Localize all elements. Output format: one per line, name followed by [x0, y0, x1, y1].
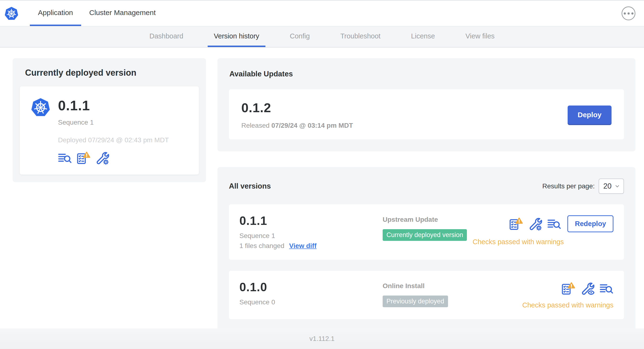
subtab-license-label: License	[411, 32, 435, 40]
row-version-number: 0.1.1	[240, 214, 383, 228]
edit-config-icon[interactable]	[528, 217, 542, 231]
results-per-page-label: Results per page:	[542, 182, 594, 190]
all-versions-panel: All versions Results per page: 20 0.1.1 …	[218, 167, 636, 334]
version-source-label: Upstream Update	[383, 216, 472, 224]
ellipsis-icon	[624, 12, 626, 14]
update-version-number: 0.1.2	[241, 100, 353, 115]
available-update-card: 0.1.2 Released 07/29/24 @ 03:14 pm MDT D…	[229, 89, 624, 140]
row-version-number: 0.1.0	[240, 280, 383, 294]
results-per-page-value: 20	[604, 182, 612, 190]
available-updates-panel: Available Updates 0.1.2 Released 07/29/2…	[218, 58, 636, 151]
preflight-checks-warning-icon[interactable]	[509, 217, 523, 231]
subtab-config[interactable]: Config	[284, 26, 316, 47]
currently-deployed-badge: Currently deployed version	[383, 229, 467, 241]
view-config-icon[interactable]	[580, 282, 594, 296]
release-notes-icon[interactable]	[547, 217, 561, 231]
app-footer: v1.112.1	[0, 328, 644, 349]
subtab-troubleshoot-label: Troubleshoot	[340, 32, 380, 40]
currently-deployed-title: Currently deployed version	[25, 68, 199, 78]
top-navigation: Application Cluster Management	[0, 1, 644, 26]
subtab-view-files[interactable]: View files	[459, 26, 501, 47]
currently-deployed-panel: Currently deployed version 0.1.1 Sequenc…	[13, 58, 206, 182]
deploy-button[interactable]: Deploy	[568, 106, 612, 124]
tab-cluster-management[interactable]: Cluster Management	[81, 1, 164, 26]
subtab-troubleshoot[interactable]: Troubleshoot	[334, 26, 387, 47]
update-released-line: Released 07/29/24 @ 03:14 pm MDT	[241, 122, 353, 130]
deployed-sequence: Sequence 1	[58, 119, 169, 126]
release-notes-icon[interactable]	[58, 151, 72, 165]
deployed-timestamp: Deployed 07/29/24 @ 02:43 pm MDT	[58, 136, 169, 144]
console-version: v1.112.1	[309, 335, 334, 342]
deployed-version-number: 0.1.1	[58, 98, 169, 114]
preflight-checks-warning-icon[interactable]	[562, 282, 575, 296]
available-updates-title: Available Updates	[230, 70, 624, 78]
row-sequence: Sequence 1	[240, 232, 383, 240]
row-sequence: Sequence 0	[240, 298, 383, 306]
preflight-status-text: Checks passed with warnings	[522, 301, 614, 309]
currently-deployed-card: 0.1.1 Sequence 1 Deployed 07/29/24 @ 02:…	[20, 86, 199, 174]
tab-application-label: Application	[38, 8, 73, 17]
subtab-version-history[interactable]: Version history	[208, 26, 266, 47]
all-versions-title: All versions	[229, 182, 271, 190]
preflight-status-text: Checks passed with warnings	[472, 238, 564, 246]
view-diff-link[interactable]: View diff	[289, 242, 316, 250]
files-changed-label: 1 files changed	[240, 242, 284, 250]
subtab-config-label: Config	[290, 32, 310, 40]
app-sub-navigation: Dashboard Version history Config Trouble…	[0, 26, 644, 48]
tab-application[interactable]: Application	[30, 1, 81, 26]
released-date: 07/29/24 @ 03:14 pm MDT	[272, 122, 353, 129]
subtab-dashboard[interactable]: Dashboard	[143, 26, 190, 47]
subtab-view-files-label: View files	[466, 32, 494, 40]
tab-cluster-management-label: Cluster Management	[89, 8, 156, 17]
edit-config-icon[interactable]	[95, 151, 109, 165]
kubernetes-logo-icon	[4, 6, 19, 21]
version-row: 0.1.1 Sequence 1 1 files changed View di…	[229, 204, 624, 260]
subtab-version-history-label: Version history	[214, 32, 259, 40]
released-label: Released	[241, 122, 270, 129]
subtab-dashboard-label: Dashboard	[150, 32, 183, 40]
overflow-menu-button[interactable]	[622, 6, 636, 20]
results-per-page-select[interactable]: 20	[599, 178, 624, 194]
previously-deployed-badge: Previously deployed	[383, 296, 448, 307]
app-kubernetes-icon	[30, 97, 51, 118]
version-source-label: Online Install	[383, 282, 522, 290]
version-history-page: Currently deployed version 0.1.1 Sequenc…	[0, 48, 644, 334]
release-notes-icon[interactable]	[600, 282, 614, 296]
redeploy-button[interactable]: Redeploy	[568, 215, 614, 232]
chevron-down-icon	[615, 184, 620, 188]
version-row: 0.1.0 Sequence 0 Online Install Previous…	[229, 271, 624, 319]
preflight-checks-warning-icon[interactable]	[76, 151, 90, 165]
subtab-license[interactable]: License	[405, 26, 441, 47]
